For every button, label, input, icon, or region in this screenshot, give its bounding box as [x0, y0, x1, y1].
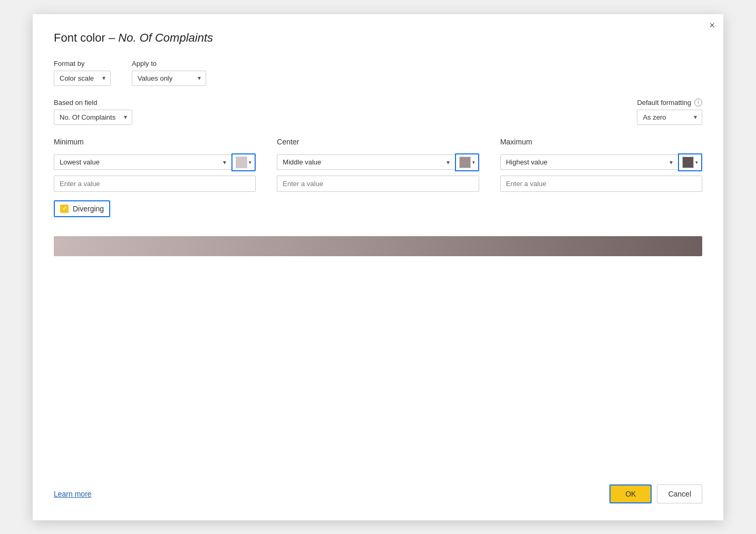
diverging-checkbox[interactable] [60, 205, 69, 213]
maximum-title: Maximum [500, 138, 702, 146]
maximum-color-swatch [682, 157, 694, 168]
minimum-select[interactable]: Lowest value Number Percent Percentile F… [54, 154, 231, 170]
apply-to-group: Apply to Values only Values and totals T… [132, 60, 206, 86]
default-formatting-label: Default formatting [637, 99, 691, 106]
gradient-preview-bar [54, 236, 702, 256]
ok-button[interactable]: OK [609, 484, 652, 503]
default-formatting-select[interactable]: As zero As blank As error [637, 110, 702, 125]
default-formatting-select-wrapper[interactable]: As zero As blank As error [637, 110, 702, 125]
maximum-select[interactable]: Highest value Number Percent Percentile … [500, 154, 678, 170]
font-color-dialog: × Font color – No. Of Complaints Format … [33, 14, 723, 520]
based-on-field-select[interactable]: No. Of Complaints [54, 110, 132, 125]
based-on-field-select-wrapper[interactable]: No. Of Complaints [54, 110, 132, 125]
dialog-footer: Learn more OK Cancel [54, 474, 702, 503]
minimum-select-wrapper[interactable]: Lowest value Number Percent Percentile F… [54, 154, 231, 170]
learn-more-link[interactable]: Learn more [54, 490, 92, 498]
dialog-title: Font color – No. Of Complaints [54, 31, 702, 45]
maximum-color-select-row: Highest value Number Percent Percentile … [500, 153, 702, 171]
center-section: Center Middle value Number Percent Perce… [277, 138, 479, 192]
format-by-group: Format by Color scale Field value Rules … [54, 60, 111, 86]
maximum-value-input[interactable] [500, 176, 702, 192]
info-icon: i [694, 99, 702, 106]
apply-to-select[interactable]: Values only Values and totals Totals onl… [132, 71, 206, 86]
minimum-color-swatch [236, 157, 247, 168]
based-on-field-group: Based on field No. Of Complaints [54, 99, 132, 125]
close-button[interactable]: × [709, 21, 715, 30]
center-select-wrapper[interactable]: Middle value Number Percent Percentile F… [277, 154, 454, 170]
minimum-color-select-row: Lowest value Number Percent Percentile F… [54, 153, 256, 171]
min-center-max-row: Minimum Lowest value Number Percent Perc… [54, 138, 702, 192]
footer-buttons: OK Cancel [609, 484, 702, 503]
apply-to-select-wrapper[interactable]: Values only Values and totals Totals onl… [132, 71, 206, 86]
minimum-color-picker[interactable]: ▾ [231, 153, 256, 171]
minimum-value-input[interactable] [54, 176, 256, 192]
center-color-swatch [459, 157, 471, 168]
format-by-select[interactable]: Color scale Field value Rules Gradient [54, 71, 111, 86]
default-formatting-group: Default formatting i As zero As blank As… [637, 99, 702, 125]
maximum-color-chevron: ▾ [695, 160, 698, 165]
center-color-chevron: ▾ [472, 160, 475, 165]
diverging-label: Diverging [73, 205, 104, 213]
minimum-color-chevron: ▾ [249, 160, 251, 165]
minimum-title: Minimum [54, 138, 256, 146]
center-color-picker[interactable]: ▾ [455, 153, 479, 171]
center-title: Center [277, 138, 479, 146]
apply-to-label: Apply to [132, 60, 206, 67]
cancel-button[interactable]: Cancel [657, 484, 702, 503]
format-by-select-wrapper[interactable]: Color scale Field value Rules Gradient [54, 71, 111, 86]
based-on-field-label: Based on field [54, 99, 132, 106]
maximum-select-wrapper[interactable]: Highest value Number Percent Percentile … [500, 154, 678, 170]
center-color-select-row: Middle value Number Percent Percentile F… [277, 153, 479, 171]
maximum-section: Maximum Highest value Number Percent Per… [500, 138, 702, 192]
format-by-label: Format by [54, 60, 111, 67]
center-value-input[interactable] [277, 176, 479, 192]
minimum-section: Minimum Lowest value Number Percent Perc… [54, 138, 256, 192]
maximum-color-picker[interactable]: ▾ [678, 153, 702, 171]
center-select[interactable]: Middle value Number Percent Percentile F… [277, 154, 454, 170]
diverging-row[interactable]: Diverging [54, 200, 110, 217]
